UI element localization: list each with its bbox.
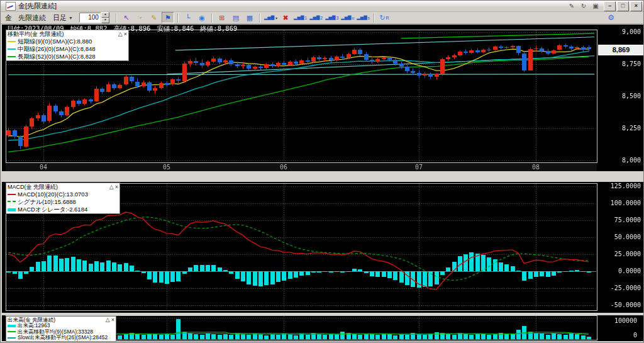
bar-count-input[interactable]: 100 xyxy=(79,13,101,23)
close-button[interactable]: × xyxy=(630,1,642,11)
minimize-button[interactable]: － xyxy=(604,1,616,11)
ma-legend: 移動平均(金 先限連続) △× 短期線(9)(0)(SMA)(C):8,880 … xyxy=(6,30,129,61)
price-axis-label: 8,000 xyxy=(598,157,641,164)
macd-axis-label: 0.0000 xyxy=(598,267,641,274)
volume-ma9-swatch xyxy=(8,331,16,332)
macd-axis-label: 75.0000 xyxy=(598,216,641,223)
legend-minimize-icon[interactable]: △ xyxy=(118,31,123,37)
sma9-swatch xyxy=(8,41,16,42)
layout-1-icon[interactable]: ▂▅▇1 xyxy=(293,12,308,23)
wrench-icon[interactable]: ⚙ xyxy=(608,13,614,22)
crosshair-icon[interactable]: ⚑ xyxy=(162,12,174,23)
macd-line-swatch xyxy=(8,194,16,195)
macd-legend-title: MACD(金 先限連続) xyxy=(8,183,58,191)
macd-axis-label: -25.0000 xyxy=(598,284,641,291)
info-low: 安値:8,846 xyxy=(157,25,194,32)
toolbar-separator xyxy=(177,13,179,23)
title-bar: 金[先限連続] ✎ ↻ ▣ － □ × xyxy=(1,1,643,12)
oscillator-label: MACDオシレータ:-2.6184 xyxy=(18,206,87,213)
macd-axis-label: 100.0000 xyxy=(598,200,641,206)
delete-indicator-icon[interactable]: ✖ xyxy=(279,12,292,23)
price-axis-label: 8,750 xyxy=(598,60,641,67)
oscillator-swatch xyxy=(8,208,16,211)
macd-axis-label: 50.0000 xyxy=(598,233,641,240)
jump-latest-icon[interactable]: ◉ xyxy=(196,12,208,23)
spin-down-button[interactable]: ▼ xyxy=(101,18,109,23)
chart-type-icon[interactable]: ▂▅▇▾ xyxy=(264,12,278,23)
sma52-label: 長期線(52)(0)(SMA)(C):8,828 xyxy=(18,53,96,60)
volume-swatch xyxy=(8,325,16,327)
layout-2-icon[interactable]: ▂▅▇2 xyxy=(309,12,323,23)
instrument-label: 金 xyxy=(5,13,12,23)
toolbar-separator xyxy=(211,13,213,23)
legend-minimize-icon[interactable]: △ xyxy=(109,184,114,190)
legend-minimize-icon[interactable]: △ xyxy=(106,317,110,323)
hand-icon[interactable]: ☞ xyxy=(134,12,147,23)
sma52-swatch xyxy=(8,56,16,57)
volume-axis-label: 0 xyxy=(598,332,637,339)
volume-axis-label: 100000 xyxy=(598,317,637,324)
app-chart-icon xyxy=(6,2,16,11)
bar-count-spinner[interactable]: 100 ▲ ▼ xyxy=(79,12,109,23)
month-axis-label: 04 xyxy=(36,164,51,171)
cursor-icon[interactable]: ↖ xyxy=(120,12,133,23)
macd-line-label: MACD(10)(20)(C):13.0703 xyxy=(18,191,88,198)
panel-splitter[interactable] xyxy=(1,313,644,315)
macd-axis-label: 25.0000 xyxy=(598,250,641,257)
table-icon[interactable]: ▤ xyxy=(230,12,242,23)
info-close: 終値:8,869 xyxy=(200,25,237,32)
month-axis-label: 08 xyxy=(528,164,543,171)
macd-legend: MACD(金 先限連続) △× MACD(10)(20)(C):13.0703 … xyxy=(6,183,120,214)
price-axis-label: 8,250 xyxy=(598,125,641,132)
legend-close-icon[interactable]: × xyxy=(124,31,127,37)
signal-line-label: シグナル(10):15.6888 xyxy=(18,198,76,206)
app-window: 金[先限連続] ✎ ↻ ▣ － □ × 金 先限連続 日足 ▼ 100 ▲ ▼ … xyxy=(0,0,644,343)
month-axis-label: 05 xyxy=(159,164,174,171)
legend-close-icon[interactable]: × xyxy=(111,317,114,323)
rotate-icon[interactable]: ↻ xyxy=(579,2,589,10)
layout-u-icon[interactable]: ▂▅▇u xyxy=(340,12,355,23)
layout-3-icon[interactable]: ▂▅▇3 xyxy=(325,12,339,23)
month-axis-label: 07 xyxy=(411,164,426,171)
pen-icon[interactable]: ✎ xyxy=(567,2,577,10)
spin-up-button[interactable]: ▲ xyxy=(101,12,109,18)
volume-ma26-swatch xyxy=(8,337,16,339)
window-title: 金[先限連続] xyxy=(18,1,57,11)
price-axis-label: 8,500 xyxy=(598,93,641,99)
sma9-label: 短期線(9)(0)(SMA)(C):8,880 xyxy=(18,38,92,45)
sma26-swatch xyxy=(8,48,16,50)
toolbar-separator xyxy=(374,13,375,23)
month-axis-label: 06 xyxy=(276,164,291,171)
sma26-label: 中期線(26)(0)(SMA)(C):8,848 xyxy=(18,45,96,53)
macd-axis-label: -50.0000 xyxy=(598,301,641,308)
toolbar-separator xyxy=(259,13,260,23)
pencil-icon[interactable]: ✎ xyxy=(148,12,160,23)
last-price-box: 8,869 xyxy=(598,45,644,55)
refresh-icon[interactable]: ↻R xyxy=(378,12,391,23)
timeframe-dropdown[interactable]: 日足 ▼ xyxy=(53,13,73,23)
signal-line-swatch xyxy=(8,201,16,203)
axis-scale-icon[interactable]: └ xyxy=(182,12,194,23)
macd-axis-label: 125.0000 xyxy=(598,183,641,189)
volume-legend: 出来高(金 先限連続) △× 出来高:12963 出来高移動平均(9)(SMA)… xyxy=(6,316,116,342)
toolbar: 金 先限連続 日足 ▼ 100 ▲ ▼ ↖☞✎⚑└◉⊞▤▦▂▅▇▾✖▂▅▇1▂▅… xyxy=(1,12,643,24)
volume-ma26-label: Slow出来高移動平均(26)(SMA):28452 xyxy=(18,335,108,341)
new-chart-icon[interactable]: ⊞ xyxy=(216,12,228,23)
maximize-button[interactable]: □ xyxy=(617,1,629,11)
layout-s-icon[interactable]: ▂▅▇s xyxy=(356,12,370,23)
legend-close-icon[interactable]: × xyxy=(115,184,118,190)
grid-icon[interactable]: ▦ xyxy=(243,12,256,23)
copy-window-icon[interactable]: ▣ xyxy=(591,2,601,10)
price-axis-label: 9,000 xyxy=(598,28,641,35)
panel-splitter[interactable] xyxy=(1,171,644,182)
chevron-down-icon: ▼ xyxy=(69,16,73,20)
ma-legend-title: 移動平均(金 先限連続) xyxy=(8,30,64,38)
contract-label: 先限連続 xyxy=(18,13,46,23)
